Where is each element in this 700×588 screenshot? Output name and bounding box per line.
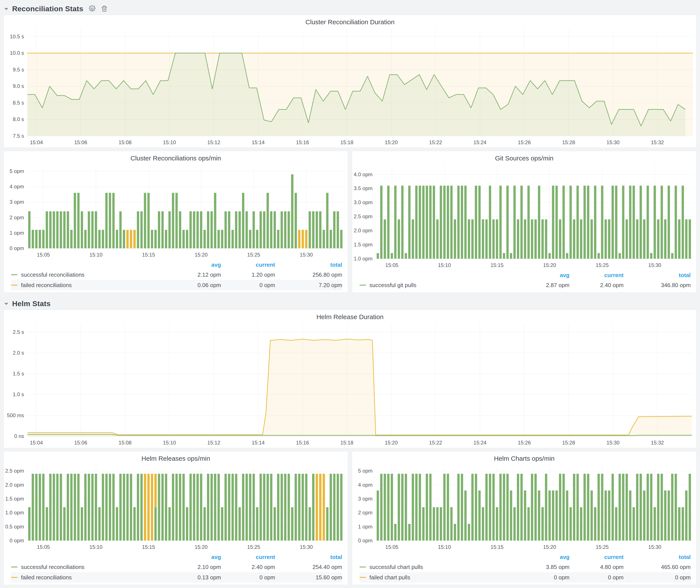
series-label[interactable]: failed reconciliations bbox=[21, 574, 167, 581]
helm-release-duration-chart[interactable]: 15:0415:0615:0815:1015:1215:1415:1615:18… bbox=[4, 322, 696, 448]
svg-text:15:10: 15:10 bbox=[163, 440, 176, 446]
chevron-down-icon[interactable] bbox=[3, 301, 9, 306]
stat-header-total[interactable]: total bbox=[275, 554, 342, 561]
series-label[interactable]: successful git pulls bbox=[369, 282, 515, 289]
section-header-helm-stats[interactable]: Helm Stats bbox=[3, 297, 697, 310]
stat-header-avg[interactable]: avg bbox=[167, 554, 221, 561]
series-label[interactable]: successful reconciliations bbox=[21, 564, 167, 570]
stat-total: 256.80 opm bbox=[275, 271, 342, 278]
svg-text:15:20: 15:20 bbox=[195, 544, 208, 550]
svg-text:2.0 opm: 2.0 opm bbox=[5, 482, 24, 488]
helm-releases-chart[interactable]: 15:0515:1015:1515:2015:2515:300 opm0.5 o… bbox=[4, 464, 348, 552]
series-label[interactable]: successful chart pulls bbox=[369, 564, 515, 570]
svg-text:15:20: 15:20 bbox=[385, 440, 398, 446]
svg-text:0 ns: 0 ns bbox=[14, 433, 24, 439]
svg-text:15:10: 15:10 bbox=[438, 262, 451, 268]
gear-icon[interactable] bbox=[89, 5, 95, 12]
section-title[interactable]: Reconciliation Stats bbox=[12, 5, 83, 13]
stat-current: 4.80 opm bbox=[569, 564, 624, 570]
stat-header-total[interactable]: total bbox=[624, 554, 691, 561]
svg-text:15:20: 15:20 bbox=[195, 252, 208, 258]
svg-text:15:08: 15:08 bbox=[119, 440, 132, 446]
svg-text:0.5 opm: 0.5 opm bbox=[5, 524, 24, 530]
svg-text:8.0 s: 8.0 s bbox=[13, 116, 24, 122]
svg-text:0 opm: 0 opm bbox=[10, 538, 24, 543]
svg-text:15:30: 15:30 bbox=[300, 544, 313, 550]
stat-header-total[interactable]: total bbox=[624, 272, 691, 279]
panel-title-helm-release-duration[interactable]: Helm Release Duration bbox=[4, 310, 696, 322]
svg-text:0 opm: 0 opm bbox=[358, 538, 373, 543]
svg-text:15:15: 15:15 bbox=[490, 544, 503, 550]
stat-header-avg[interactable]: avg bbox=[515, 554, 569, 561]
svg-text:2.5 s: 2.5 s bbox=[13, 329, 24, 335]
svg-text:4 opm: 4 opm bbox=[358, 482, 373, 488]
svg-text:15:04: 15:04 bbox=[30, 440, 43, 446]
cluster-reconciliation-duration-chart[interactable]: 15:0415:0615:0815:1015:1215:1415:1615:18… bbox=[4, 27, 696, 148]
svg-text:15:32: 15:32 bbox=[651, 440, 664, 446]
stat-header-current[interactable]: current bbox=[569, 554, 624, 561]
section-header-reconciliation-stats[interactable]: Reconciliation Stats bbox=[3, 3, 697, 15]
stat-total: 254.40 opm bbox=[275, 564, 342, 570]
svg-text:15:24: 15:24 bbox=[473, 440, 486, 446]
svg-text:15:15: 15:15 bbox=[142, 544, 155, 550]
stat-current: 2.40 opm bbox=[569, 282, 624, 289]
svg-text:2.0 s: 2.0 s bbox=[13, 350, 24, 356]
svg-text:15:26: 15:26 bbox=[518, 139, 531, 145]
svg-text:2 opm: 2 opm bbox=[10, 215, 24, 220]
svg-text:15:16: 15:16 bbox=[296, 139, 309, 145]
svg-text:15:06: 15:06 bbox=[74, 139, 87, 145]
stat-current: 0 opm bbox=[569, 574, 624, 581]
stat-avg: 0 opm bbox=[515, 574, 569, 581]
stat-header-current[interactable]: current bbox=[569, 272, 624, 279]
svg-text:15:04: 15:04 bbox=[30, 139, 43, 145]
panel-title-cluster-reconciliations-opm[interactable]: Cluster Reconciliations ops/min bbox=[4, 151, 348, 163]
svg-text:15:05: 15:05 bbox=[37, 544, 50, 550]
svg-text:15:10: 15:10 bbox=[163, 139, 176, 145]
stat-header-current[interactable]: current bbox=[221, 554, 275, 561]
stat-header-current[interactable]: current bbox=[221, 262, 275, 268]
panel-title-git-sources-opm[interactable]: Git Sources ops/min bbox=[352, 151, 696, 163]
stat-header-total[interactable]: total bbox=[275, 262, 342, 268]
series-label[interactable]: successful reconciliations bbox=[21, 271, 167, 278]
series-color-swatch bbox=[11, 274, 18, 275]
legend-stats-header: avg current total bbox=[360, 270, 691, 280]
svg-text:15:30: 15:30 bbox=[648, 262, 661, 268]
svg-text:9.5 s: 9.5 s bbox=[13, 67, 24, 73]
svg-text:15:10: 15:10 bbox=[438, 544, 451, 550]
panel-title-cluster-reconciliation-duration[interactable]: Cluster Reconciliation Duration bbox=[4, 15, 696, 27]
stat-header-avg[interactable]: avg bbox=[167, 262, 221, 268]
legend-row-successful-reconciliations: successful reconciliations 2.10 opm 2.40… bbox=[11, 562, 342, 572]
chevron-down-icon[interactable] bbox=[3, 6, 9, 11]
svg-text:15:05: 15:05 bbox=[385, 544, 398, 550]
panel-title-helm-releases-opm[interactable]: Helm Releases ops/min bbox=[4, 451, 348, 464]
cluster-reconciliations-legend: avg current total successful reconciliat… bbox=[4, 260, 348, 292]
cluster-reconciliations-chart[interactable]: 15:0515:1015:1515:2015:2515:300 opm1 opm… bbox=[4, 163, 348, 260]
git-sources-chart[interactable]: 15:0515:1015:1515:2015:2515:301.0 opm1.5… bbox=[352, 163, 696, 270]
svg-text:15:14: 15:14 bbox=[252, 139, 265, 145]
svg-text:15:15: 15:15 bbox=[490, 262, 503, 268]
svg-text:15:12: 15:12 bbox=[207, 139, 220, 145]
svg-text:15:24: 15:24 bbox=[473, 139, 486, 145]
series-label[interactable]: failed reconciliations bbox=[21, 282, 167, 289]
svg-text:15:18: 15:18 bbox=[340, 440, 353, 446]
legend-row-failed-reconciliations: failed reconciliations 0.13 opm 0 opm 15… bbox=[11, 572, 342, 583]
legend-row-successful-chart-pulls: successful chart pulls 3.85 opm 4.80 opm… bbox=[360, 562, 691, 572]
svg-text:10.0 s: 10.0 s bbox=[10, 50, 24, 56]
series-color-swatch bbox=[360, 577, 366, 578]
panel-helm-release-duration: Helm Release Duration 15:0415:0615:0815:… bbox=[3, 310, 697, 448]
helm-charts-chart[interactable]: 15:0515:1015:1515:2015:2515:300 opm1 opm… bbox=[352, 464, 696, 552]
svg-text:15:20: 15:20 bbox=[543, 544, 556, 550]
svg-text:1.5 opm: 1.5 opm bbox=[354, 242, 373, 247]
stat-header-avg[interactable]: avg bbox=[515, 272, 569, 279]
stat-avg: 2.10 opm bbox=[167, 564, 221, 570]
panel-cluster-reconciliations-opm: Cluster Reconciliations ops/min 15:0515:… bbox=[3, 151, 348, 293]
trash-icon[interactable] bbox=[101, 5, 108, 12]
series-label[interactable]: failed chart pulls bbox=[369, 574, 515, 581]
legend-row-successful-reconciliations: successful reconciliations 2.12 opm 1.20… bbox=[11, 270, 342, 280]
stat-total: 465.60 opm bbox=[624, 564, 691, 570]
panel-helm-releases-opm: Helm Releases ops/min 15:0515:1015:1515:… bbox=[3, 451, 348, 585]
section-title[interactable]: Helm Stats bbox=[12, 299, 51, 308]
svg-text:4.0 opm: 4.0 opm bbox=[354, 171, 373, 177]
svg-text:15:18: 15:18 bbox=[340, 139, 353, 145]
panel-title-helm-charts-opm[interactable]: Helm Charts ops/min bbox=[352, 451, 696, 464]
